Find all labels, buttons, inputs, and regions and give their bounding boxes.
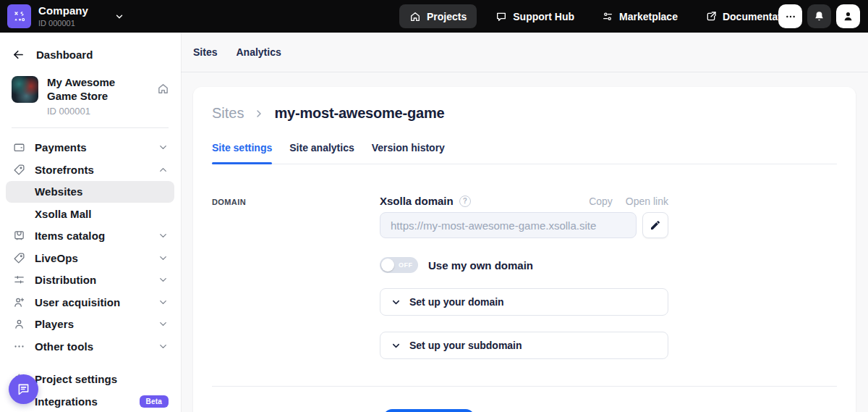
chevron-down-icon [391,297,401,308]
company-id: ID 000001 [38,19,88,28]
home-icon [409,11,421,22]
user-icon [12,318,26,330]
accordion-setup-domain[interactable]: Set up your domain [380,288,668,316]
chevron-down-icon [158,230,169,241]
account-button[interactable] [836,4,860,28]
ellipsis-icon [785,11,796,22]
topbar: Company ID 000001 Projects Support Hub M… [0,0,868,33]
field-header: Xsolla domain ? Copy Open link [380,195,668,207]
chat-widget-button[interactable] [9,374,38,404]
user-plus-icon [12,296,26,308]
tab-version-history[interactable]: Version history [372,142,445,164]
more-button[interactable] [778,4,802,28]
chevron-down-icon [158,319,169,329]
open-link[interactable]: Open link [626,196,668,207]
home-icon[interactable] [157,83,169,95]
domain-section: DOMAIN Xsolla domain ? Copy Open link [212,195,837,359]
accordion-label: Set up your domain [409,296,504,308]
edit-domain-button[interactable] [642,212,668,238]
own-domain-toggle[interactable]: OFF [380,257,418,273]
sidebar-item-storefronts[interactable]: Storefronts [6,159,174,181]
xsolla-domain-input[interactable] [380,212,637,238]
chevron-down-icon [158,297,169,308]
nav-label: Marketplace [619,11,678,22]
own-domain-toggle-row: OFF Use my own domain [380,257,668,273]
tab-site-settings[interactable]: Site settings [212,142,272,164]
chevron-down-icon [158,253,169,264]
xsolla-logo-icon [7,4,31,28]
notifications-button[interactable] [807,4,831,28]
sidebar-item-user-acquisition[interactable]: User acquisition [6,291,174,314]
external-link-icon [705,11,717,22]
chevron-down-icon [391,340,401,351]
company-switcher[interactable]: Company ID 000001 [7,4,124,28]
company-name: Company [38,5,88,17]
sidebar-item-xsolla-mall[interactable]: Xsolla Mall [6,203,174,225]
chevron-up-icon [158,164,169,175]
sidebar-item-other-tools[interactable]: Other tools [6,335,174,358]
chevron-down-icon [158,341,169,352]
topbar-actions [778,4,860,28]
sidebar-item-distribution[interactable]: Distribution [6,269,174,292]
sidebar: Dashboard My Awesome Game Store ID 00000… [0,33,181,412]
tag-icon [12,164,26,176]
sidebar-menu: Payments Storefronts Websites Xsolla Mal… [0,128,181,412]
sidebar-item-payments[interactable]: Payments [6,137,174,159]
ellipsis-icon [12,340,26,353]
section-label-domain: DOMAIN [212,198,380,206]
breadcrumb-parent[interactable]: Sites [212,105,244,122]
sidebar-item-items-catalog[interactable]: Items catalog [6,225,174,248]
tab-analytics[interactable]: Analytics [236,46,281,58]
site-settings-card: Sites my-most-awesome-game Site settings… [193,87,856,412]
user-icon [842,10,854,22]
chevron-down-icon [158,274,169,285]
nav-marketplace[interactable]: Marketplace [593,4,686,28]
sidebar-item-websites[interactable]: Websites [6,181,174,203]
bell-icon [813,10,825,22]
save-button[interactable] [383,409,475,412]
pencil-icon [650,219,661,231]
tab-site-analytics[interactable]: Site analytics [289,142,354,164]
tab-sites[interactable]: Sites [193,46,217,58]
project-summary: My Awesome Game Store ID 000001 [0,74,181,127]
chevron-down-icon[interactable] [114,12,124,22]
toggle-state-label: OFF [399,261,413,269]
nav-support-hub[interactable]: Support Hub [487,4,583,28]
xsolla-domain-label: Xsolla domain [380,195,454,207]
back-to-dashboard[interactable]: Dashboard [0,33,181,74]
beta-badge: Beta [140,395,169,408]
sliders-icon [602,11,613,22]
vault-icon [12,230,26,242]
project-id: ID 000001 [47,106,148,117]
nav-projects[interactable]: Projects [399,4,477,28]
project-name: My Awesome Game Store [47,76,148,104]
loop-tag-icon [12,252,26,264]
back-label: Dashboard [36,49,93,61]
top-navigation: Projects Support Hub Marketplace Documen… [399,4,805,28]
breadcrumb-current: my-most-awesome-game [274,105,444,122]
sidebar-item-liveops[interactable]: LiveOps [6,247,174,269]
own-domain-label: Use my own domain [428,259,533,272]
copy-link[interactable]: Copy [589,196,613,207]
chat-messages-icon [16,382,31,397]
project-avatar [12,76,38,103]
help-icon[interactable]: ? [459,196,471,207]
main-content: Sites Analytics Sites my-most-awesome-ga… [181,33,868,412]
breadcrumb: Sites my-most-awesome-game [212,105,837,122]
chevron-right-icon [253,108,265,119]
accordion-setup-subdomain[interactable]: Set up your subdomain [380,332,668,359]
toggle-knob [381,258,394,272]
chevron-down-icon [158,142,169,153]
arrow-left-icon [12,48,25,62]
nav-label: Support Hub [513,11,574,22]
menu-gap [6,358,174,369]
section-tabs: Sites Analytics [181,33,868,72]
sliders-icon [12,274,26,286]
sidebar-item-players[interactable]: Players [6,314,174,336]
divider [212,386,837,387]
chat-bubble-icon [495,11,507,22]
accordion-label: Set up your subdomain [409,340,522,351]
domain-input-row [380,212,668,238]
nav-label: Projects [427,11,467,22]
card-tabs: Site settings Site analytics Version his… [212,142,837,164]
